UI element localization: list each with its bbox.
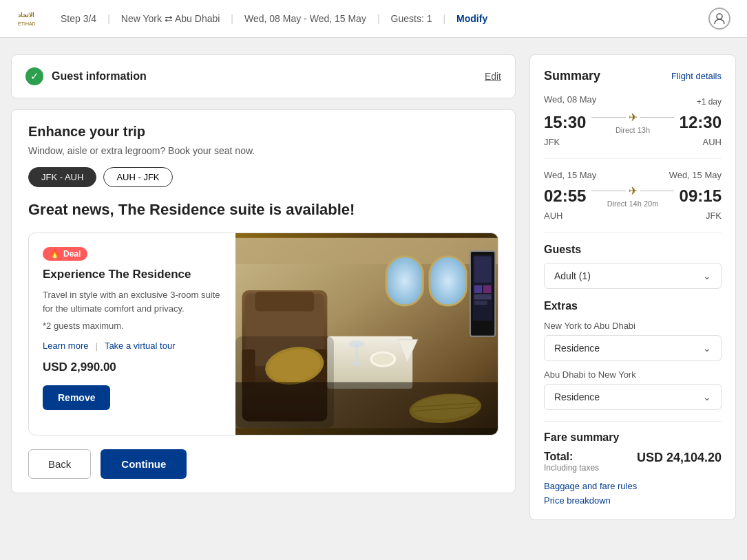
return-times: 02:55 ✈ Direct 14h 20m 09:15 (544, 184, 722, 208)
svg-rect-30 (483, 285, 491, 292)
header-guests: Guests: 1 (391, 13, 432, 24)
right-panel: Summary Flight details Wed, 08 May +1 da… (529, 54, 736, 520)
summary-header: Summary Flight details (544, 69, 722, 83)
guests-dropdown[interactable]: Adult (1) ⌄ (544, 263, 722, 289)
residence-image (235, 233, 498, 435)
outbound-times: 15:30 ✈ Direct 13h 12:30 (544, 111, 722, 134)
outbound-line: ✈ Direct 13h (586, 111, 679, 134)
bottom-buttons: Back Continue (28, 449, 498, 479)
extras-chevron2: ⌄ (703, 391, 711, 402)
outbound-arr-code: AUH (703, 137, 722, 147)
fare-total-row: Total: Including taxes USD 24,104.20 (544, 451, 722, 473)
fare-total-label: Total: (544, 451, 599, 463)
plane-icon: ✈ (629, 111, 638, 124)
residence-headline: Great news, The Residence suite is avail… (28, 201, 498, 219)
logo: الاتحاد ETIHAD (17, 6, 41, 31)
residence-price: USD 2,990.00 (43, 360, 222, 374)
fare-incl: Including taxes (544, 463, 599, 473)
tab-auh-jfk[interactable]: AUH - JFK (103, 167, 172, 187)
svg-rect-34 (235, 336, 334, 428)
guest-info-card: ✓ Guest information Edit (11, 54, 516, 98)
svg-rect-0 (17, 6, 41, 31)
extras-route2-label: Abu Dhabi to New York (544, 369, 722, 380)
residence-name: Experience The Residence (43, 268, 222, 281)
guest-info-title: Guest information (52, 70, 485, 83)
enhance-title: Enhance your trip (28, 124, 498, 140)
outbound-duration: Direct 13h (616, 126, 650, 134)
return-flight-row: Wed, 15 May Wed, 15 May 02:55 ✈ Direct 1… (544, 170, 722, 233)
residence-max: *2 guests maximum. (43, 321, 222, 331)
tab-row: JFK - AUH AUH - JFK (28, 167, 498, 187)
flight-details-link[interactable]: Flight details (671, 71, 722, 81)
outbound-codes: JFK AUH (544, 137, 722, 147)
guests-label: Guests (544, 244, 722, 256)
back-button[interactable]: Back (28, 449, 91, 479)
sep2: | (231, 13, 233, 24)
residence-desc: Travel in style with an exclusive 3-room… (43, 288, 222, 315)
svg-rect-13 (327, 336, 412, 389)
user-icon (713, 12, 726, 25)
fare-links: Baggage and fare rules Price breakdown (544, 481, 722, 506)
deal-badge: 🔥 Deal (43, 247, 87, 261)
tab-jfk-auh[interactable]: JFK - AUH (28, 167, 96, 187)
return-line: ✈ Direct 14h 20m (586, 184, 679, 208)
residence-info: 🔥 Deal Experience The Residence Travel i… (29, 233, 235, 435)
extras-dropdown-2[interactable]: Residence ⌄ (544, 384, 722, 410)
outbound-arr-time: 12:30 (680, 113, 722, 132)
extras-route1-label: New York to Abu Dhabi (544, 321, 722, 331)
sep4: | (443, 13, 445, 24)
svg-text:الاتحاد: الاتحاد (18, 12, 34, 19)
user-icon-button[interactable] (708, 8, 730, 30)
virtual-tour-link[interactable]: Take a virtual tour (105, 341, 176, 351)
price-breakdown-link[interactable]: Price breakdown (544, 495, 722, 506)
outbound-date: Wed, 08 May +1 day (544, 94, 722, 107)
guests-value: Adult (1) (554, 270, 591, 281)
cabin-svg (235, 233, 498, 433)
header: الاتحاد ETIHAD Step 3/4 | New York ⇄ Abu… (0, 0, 747, 38)
left-panel: ✓ Guest information Edit Enhance your tr… (11, 54, 516, 493)
svg-text:ETIHAD: ETIHAD (18, 21, 36, 26)
summary-title: Summary (544, 69, 600, 83)
svg-rect-29 (474, 285, 482, 292)
outbound-flight-row: Wed, 08 May +1 day 15:30 ✈ Direct 13h 12… (544, 94, 722, 159)
baggage-link[interactable]: Baggage and fare rules (544, 481, 722, 491)
extras-chevron1: ⌄ (703, 343, 711, 354)
extras-value2: Residence (554, 391, 600, 402)
svg-point-18 (372, 354, 393, 365)
outbound-dep-time: 15:30 (544, 113, 586, 132)
header-step: Step 3/4 (61, 13, 96, 24)
extras-value1: Residence (554, 343, 600, 354)
chevron-down-icon: ⌄ (703, 270, 711, 281)
residence-card: 🔥 Deal Experience The Residence Travel i… (28, 233, 498, 435)
svg-rect-8 (255, 292, 315, 312)
check-icon: ✓ (25, 67, 43, 85)
svg-point-3 (717, 14, 722, 19)
svg-rect-31 (474, 294, 492, 300)
return-plane-icon: ✈ (629, 184, 638, 197)
svg-rect-28 (474, 257, 492, 283)
learn-more-link[interactable]: Learn more (43, 341, 88, 351)
modify-link[interactable]: Modify (456, 13, 487, 24)
svg-rect-32 (474, 301, 487, 305)
extras-dropdown-1[interactable]: Residence ⌄ (544, 335, 722, 361)
edit-link[interactable]: Edit (485, 71, 501, 82)
remove-button[interactable]: Remove (43, 385, 110, 410)
sep1: | (107, 13, 110, 24)
fare-summary-section: Fare summary Total: Including taxes USD … (544, 421, 722, 506)
outbound-dep-code: JFK (544, 137, 560, 147)
svg-rect-25 (430, 257, 466, 305)
residence-links: Learn more | Take a virtual tour (43, 341, 222, 351)
return-codes: AUH JFK (544, 211, 722, 221)
fare-label: Fare summary (544, 431, 722, 444)
svg-rect-15 (355, 344, 358, 364)
continue-button[interactable]: Continue (101, 449, 187, 479)
header-dates: Wed, 08 May - Wed, 15 May (244, 13, 366, 24)
return-dep-time: 02:55 (544, 186, 586, 206)
extras-label: Extras (544, 300, 722, 312)
enhance-card: Enhance your trip Window, aisle or extra… (11, 109, 516, 493)
summary-card: Summary Flight details Wed, 08 May +1 da… (529, 54, 736, 520)
extras-section: Extras New York to Abu Dhabi Residence ⌄… (544, 300, 722, 410)
return-dep-code: AUH (544, 211, 562, 221)
header-route: New York ⇄ Abu Dhabi (121, 13, 220, 24)
svg-rect-24 (386, 257, 423, 305)
